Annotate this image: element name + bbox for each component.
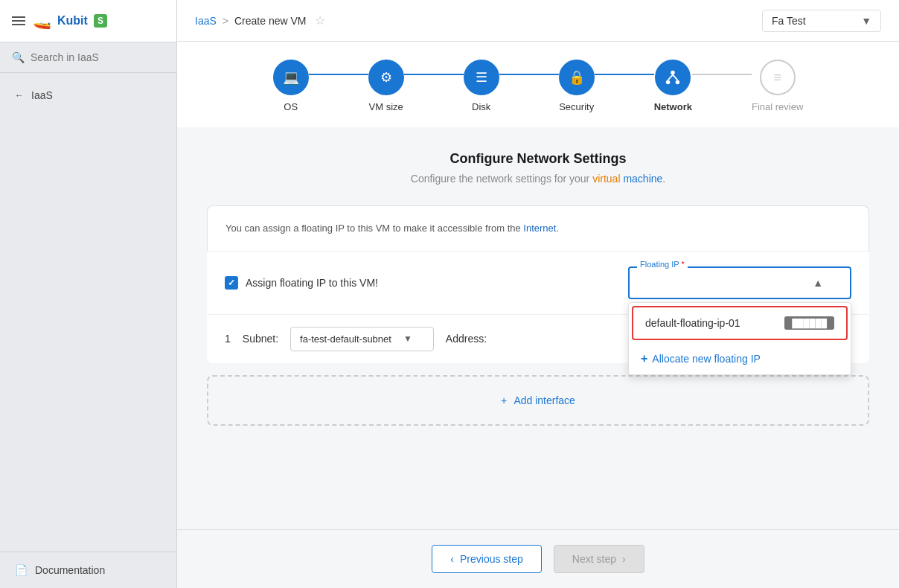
- step-label-os: OS: [284, 101, 298, 112]
- step-label-security: Security: [559, 101, 594, 112]
- sidebar-item-label: IaaS: [31, 89, 53, 101]
- doc-icon: 📄: [15, 564, 28, 576]
- dropdown-option-badge: ██████: [784, 316, 834, 330]
- assign-row: ✓ Assign floating IP to this VM! Floatin…: [207, 251, 869, 314]
- wizard-steps: 💻 OS ⚙ VM size ☰ Disk 🔒 Security: [207, 60, 869, 127]
- workspace-selector[interactable]: Fa Test ▼: [762, 10, 881, 32]
- svg-line-4: [673, 74, 677, 80]
- step-circle-security: 🔒: [559, 60, 595, 95]
- hamburger-icon[interactable]: [12, 16, 25, 25]
- add-interface-box[interactable]: + Add interface: [207, 375, 869, 426]
- add-interface-label: Add interface: [514, 394, 575, 406]
- next-chevron-icon: ›: [622, 553, 626, 565]
- subtitle-machine: machine: [623, 173, 662, 185]
- step-connector-1: [404, 74, 464, 75]
- step-os[interactable]: 💻 OS: [273, 60, 309, 112]
- step-security[interactable]: 🔒 Security: [559, 60, 595, 112]
- wizard-area: 💻 OS ⚙ VM size ☰ Disk 🔒 Security: [177, 42, 899, 127]
- step-label-final-review: Final review: [752, 101, 803, 112]
- workspace-label: Fa Test: [772, 15, 806, 27]
- step-circle-os: 💻: [273, 60, 309, 95]
- sidebar-footer-documentation[interactable]: 📄 Documentation: [0, 552, 176, 588]
- dropdown-option-label: default-floating-ip-01: [645, 317, 740, 329]
- page-title: Configure Network Settings: [207, 151, 869, 167]
- assign-checkbox-label: ✓ Assign floating IP to this VM!: [225, 276, 378, 290]
- floating-ip-dropdown: default-floating-ip-01 ██████ + Allocate…: [628, 302, 851, 375]
- step-connector-0: [309, 74, 368, 75]
- sidebar: 🚤 Kubit S 🔍 ← IaaS 📄 Documentation: [0, 0, 177, 588]
- sidebar-item-iaas[interactable]: ← IaaS: [0, 82, 176, 109]
- arrow-left-icon: ←: [15, 90, 24, 100]
- app-name: Kubit: [57, 14, 88, 28]
- search-icon: 🔍: [12, 51, 25, 63]
- assign-floating-ip-checkbox[interactable]: ✓: [225, 276, 238, 290]
- sidebar-header: 🚤 Kubit S: [0, 0, 176, 42]
- step-label-network: Network: [654, 101, 692, 112]
- step-vmsize[interactable]: ⚙ VM size: [368, 60, 404, 112]
- star-icon[interactable]: ☆: [315, 13, 325, 28]
- add-icon: +: [501, 394, 507, 406]
- step-connector-2: [499, 74, 559, 75]
- logo-area: 🚤 Kubit S: [33, 12, 107, 30]
- subnet-label: Subnet:: [243, 333, 278, 345]
- network-card: You can assign a floating IP to this VM …: [207, 205, 869, 363]
- breadcrumb-root[interactable]: IaaS: [195, 15, 217, 27]
- step-network[interactable]: Network: [654, 60, 692, 112]
- floating-ip-select[interactable]: ▲: [628, 266, 851, 299]
- subnet-number: 1: [225, 333, 231, 345]
- previous-step-button[interactable]: ‹ Previous step: [432, 545, 542, 573]
- dropdown-option-default-ip[interactable]: default-floating-ip-01 ██████: [632, 306, 848, 340]
- logo-bird-icon: 🚤: [33, 12, 51, 30]
- sidebar-footer-label: Documentation: [35, 564, 105, 576]
- step-disk[interactable]: ☰ Disk: [464, 60, 499, 112]
- secondary-logo: S: [94, 14, 107, 28]
- subtitle-text1: Configure the network settings for your: [411, 173, 592, 185]
- page-subtitle: Configure the network settings for your …: [207, 173, 869, 185]
- checkmark-icon: ✓: [228, 278, 235, 288]
- step-label-vmsize: VM size: [369, 101, 403, 112]
- step-circle-final-review: ≡: [760, 60, 796, 95]
- address-label: Address:: [446, 333, 487, 345]
- info-internet: Internet: [523, 223, 556, 234]
- assign-label-text: Assign floating IP to this VM!: [246, 277, 378, 289]
- breadcrumb-current: Create new VM: [234, 15, 306, 27]
- breadcrumb: IaaS > Create new VM ☆: [195, 13, 325, 28]
- svg-point-2: [676, 80, 680, 85]
- subnet-select[interactable]: fa-test-default-subnet ▼: [290, 327, 434, 351]
- step-final-review[interactable]: ≡ Final review: [752, 60, 803, 112]
- sidebar-search[interactable]: 🔍: [0, 42, 176, 73]
- info-box: You can assign a floating IP to this VM …: [207, 205, 869, 251]
- prev-chevron-icon: ‹: [450, 553, 454, 565]
- svg-line-3: [668, 74, 673, 80]
- bottom-bar: ‹ Previous step Next step ›: [177, 529, 899, 588]
- step-label-disk: Disk: [472, 101, 490, 112]
- step-connector-3: [595, 74, 654, 75]
- svg-point-0: [671, 71, 676, 75]
- select-chevron-up-icon: ▲: [813, 277, 823, 289]
- chevron-down-icon: ▼: [861, 15, 871, 27]
- svg-point-1: [666, 80, 671, 85]
- required-asterisk: *: [681, 260, 684, 269]
- next-step-button: Next step ›: [554, 545, 644, 573]
- step-circle-disk: ☰: [464, 60, 499, 95]
- subnet-selected-value: fa-test-default-subnet: [300, 333, 391, 345]
- content-area: Configure Network Settings Configure the…: [177, 127, 899, 529]
- step-circle-network: [655, 60, 691, 95]
- search-input[interactable]: [31, 51, 164, 63]
- info-text: You can assign a floating IP to this VM …: [225, 221, 851, 236]
- allocate-label: Allocate new floating IP: [652, 353, 761, 365]
- allocate-new-floating-ip-option[interactable]: + Allocate new floating IP: [629, 343, 851, 374]
- floating-ip-field-label: Floating IP *: [637, 260, 688, 269]
- step-connector-4: [692, 74, 752, 75]
- subtitle-text3: .: [662, 173, 665, 185]
- sidebar-nav: ← IaaS: [0, 73, 176, 118]
- subtitle-virtual: virtual: [592, 173, 620, 185]
- breadcrumb-separator: >: [223, 15, 228, 27]
- step-circle-vmsize: ⚙: [368, 60, 404, 95]
- floating-ip-wrapper: Floating IP * ▲ default-floating-ip-01 █…: [628, 266, 851, 299]
- topbar: IaaS > Create new VM ☆ Fa Test ▼: [177, 0, 899, 42]
- main-content: IaaS > Create new VM ☆ Fa Test ▼ 💻 OS ⚙ …: [177, 0, 899, 588]
- plus-icon: +: [641, 352, 647, 365]
- subnet-chevron-down-icon: ▼: [403, 333, 412, 344]
